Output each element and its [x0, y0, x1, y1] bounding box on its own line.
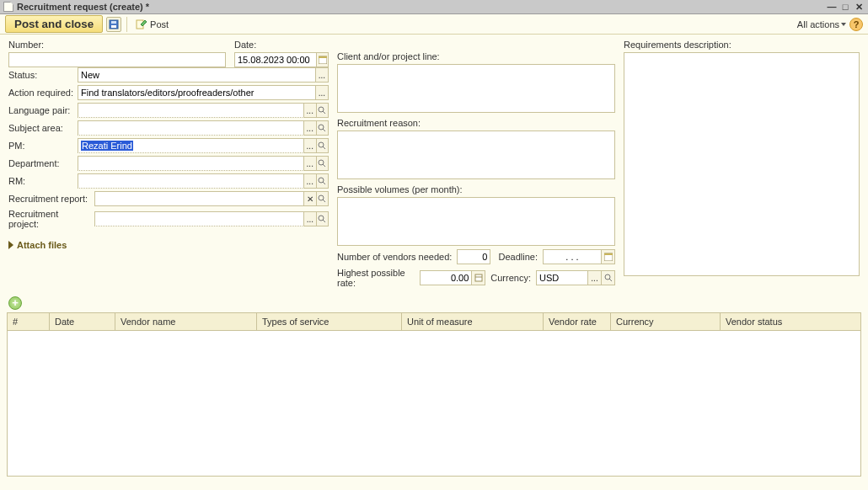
recruitment-report-search-button[interactable]: [317, 191, 329, 206]
svg-line-25: [609, 279, 612, 281]
recruitment-report-label: Recruitment report:: [8, 194, 91, 204]
all-actions-label: All actions: [797, 19, 839, 29]
pm-search-button[interactable]: [317, 138, 330, 153]
requirements-label: Requirements description:: [624, 40, 860, 50]
attach-files-toggle[interactable]: Attach files: [8, 240, 329, 250]
rate-calc-icon[interactable]: [472, 270, 485, 285]
col-date[interactable]: Date: [50, 313, 115, 330]
date-label: Date:: [234, 40, 329, 50]
post-icon: [136, 19, 147, 30]
help-button[interactable]: ?: [849, 18, 863, 31]
number-label: Number:: [8, 40, 226, 50]
attach-files-label: Attach files: [17, 240, 67, 250]
col-index[interactable]: #: [8, 313, 50, 330]
svg-rect-2: [111, 21, 116, 24]
highest-rate-label: Highest possible rate:: [337, 268, 415, 288]
language-pair-search-button[interactable]: [317, 103, 330, 118]
document-icon: [3, 2, 13, 12]
post-label: Post: [150, 19, 169, 29]
svg-line-7: [323, 111, 325, 114]
svg-line-11: [323, 146, 325, 149]
col-currency[interactable]: Currency: [611, 313, 721, 330]
chevron-right-icon: [8, 241, 13, 249]
client-project-input[interactable]: [337, 64, 615, 113]
pm-input[interactable]: Rezati Erind: [78, 138, 304, 153]
vendors-needed-input[interactable]: [457, 249, 490, 264]
grid-body[interactable]: [8, 331, 860, 476]
rm-search-button[interactable]: [317, 173, 330, 189]
col-unit-measure[interactable]: Unit of measure: [402, 313, 544, 330]
recruitment-project-input[interactable]: [94, 211, 304, 226]
action-required-label: Action required:: [8, 88, 74, 98]
language-pair-label: Language pair:: [8, 105, 74, 115]
recruitment-project-search-button[interactable]: [317, 211, 329, 226]
svg-line-9: [323, 129, 325, 131]
number-input[interactable]: [8, 52, 226, 67]
rm-label: RM:: [8, 176, 74, 186]
subject-area-search-button[interactable]: [317, 120, 330, 136]
department-search-button[interactable]: [317, 156, 330, 171]
svg-line-15: [323, 182, 325, 184]
svg-rect-5: [319, 56, 327, 58]
rm-input[interactable]: [78, 173, 304, 189]
recruitment-reason-input[interactable]: [337, 130, 615, 179]
toolbar: Post and close Post All actions ?: [0, 14, 868, 35]
minimize-button[interactable]: —: [826, 1, 838, 13]
svg-line-19: [323, 220, 325, 222]
calendar-icon[interactable]: [317, 52, 329, 67]
vendors-grid: # Date Vendor name Types of service Unit…: [7, 312, 861, 477]
status-input[interactable]: [78, 67, 316, 83]
pm-label: PM:: [8, 141, 74, 151]
department-input[interactable]: [78, 156, 304, 171]
deadline-calendar-icon[interactable]: [602, 249, 615, 264]
subject-area-input[interactable]: [78, 120, 304, 136]
add-row-button[interactable]: +: [8, 296, 22, 310]
recruitment-reason-label: Recruitment reason:: [337, 118, 615, 128]
save-icon-button[interactable]: [106, 17, 121, 32]
all-actions-menu[interactable]: All actions: [797, 19, 846, 29]
currency-search-button[interactable]: [602, 270, 615, 285]
recruitment-project-picker-button[interactable]: ...: [304, 211, 316, 226]
status-picker-button[interactable]: ...: [316, 67, 329, 83]
grid-header: # Date Vendor name Types of service Unit…: [8, 313, 860, 331]
currency-input[interactable]: [536, 270, 588, 285]
svg-line-17: [323, 200, 325, 202]
rm-picker-button[interactable]: ...: [304, 173, 317, 189]
col-vendor-status[interactable]: Vendor status: [721, 313, 860, 330]
pm-picker-button[interactable]: ...: [304, 138, 317, 153]
recruitment-report-clear-button[interactable]: ✕: [304, 191, 316, 206]
svg-rect-1: [111, 25, 116, 28]
chevron-down-icon: [841, 23, 846, 26]
svg-line-13: [323, 164, 325, 167]
col-vendor-name[interactable]: Vendor name: [115, 313, 257, 330]
subject-area-label: Subject area:: [8, 123, 74, 133]
deadline-input[interactable]: [543, 249, 602, 264]
language-pair-picker-button[interactable]: ...: [304, 103, 317, 118]
col-vendor-rate[interactable]: Vendor rate: [544, 313, 611, 330]
post-and-close-button[interactable]: Post and close: [5, 15, 103, 33]
date-input[interactable]: [234, 52, 317, 67]
close-window-button[interactable]: ✕: [853, 1, 865, 13]
language-pair-input[interactable]: [78, 103, 304, 118]
window-title: Recruitment request (create) *: [17, 2, 149, 12]
col-types-service[interactable]: Types of service: [257, 313, 402, 330]
status-label: Status:: [8, 70, 74, 80]
currency-picker-button[interactable]: ...: [588, 270, 602, 285]
department-label: Department:: [8, 158, 74, 168]
requirements-input[interactable]: [624, 52, 860, 276]
action-required-picker-button[interactable]: ...: [316, 85, 329, 100]
highest-rate-input[interactable]: [420, 270, 472, 285]
department-picker-button[interactable]: ...: [304, 156, 317, 171]
maximize-button[interactable]: □: [839, 1, 851, 13]
svg-rect-22: [475, 274, 482, 281]
post-button[interactable]: Post: [132, 19, 172, 30]
title-bar: Recruitment request (create) * — □ ✕: [0, 0, 868, 14]
action-required-input[interactable]: [78, 85, 316, 100]
possible-volumes-input[interactable]: [337, 197, 615, 246]
deadline-label: Deadline:: [499, 252, 538, 262]
recruitment-report-input[interactable]: [94, 191, 304, 206]
subject-area-picker-button[interactable]: ...: [304, 120, 317, 136]
recruitment-project-label: Recruitment project:: [8, 209, 91, 229]
vendors-needed-label: Number of vendors needed:: [337, 252, 452, 262]
client-project-label: Client and/or project line:: [337, 51, 615, 61]
